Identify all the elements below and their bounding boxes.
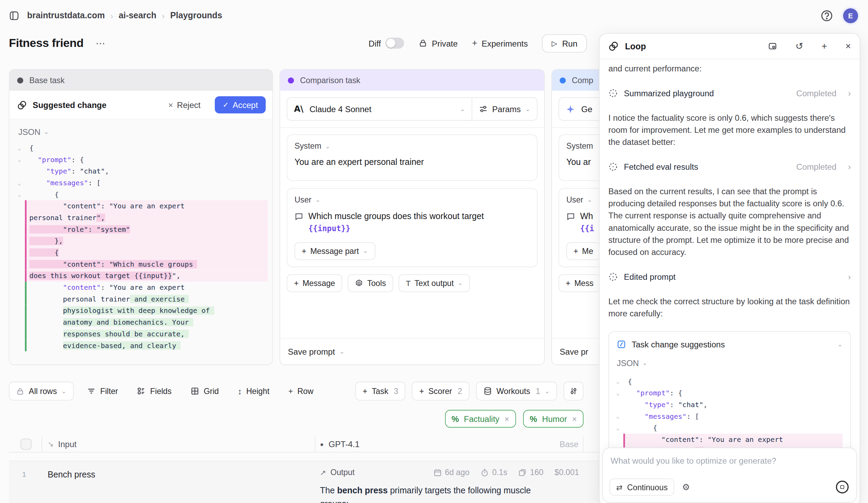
json-mode-select[interactable]: JSON ⌄ [14,126,268,142]
chevron-down-icon: ⌄ [61,387,67,395]
suggestions-json-code[interactable]: ⌄{⌄ "prompt": { "type": "chat",⌄ "messag… [612,376,842,447]
help-icon[interactable] [820,9,833,22]
input-cell[interactable]: Bench press [42,461,316,503]
breadcrumb: braintrustdata.com › ai-search › Playgro… [27,10,222,20]
step-fetched-eval-results[interactable]: Fetched eval results Completed › [608,162,851,171]
output-label: Output [330,468,355,477]
grid-button[interactable]: Grid [185,382,224,401]
loop-title: Loop [625,41,750,51]
input-column-header[interactable]: ↘ Input [42,436,316,452]
add-row-button[interactable]: + Row [283,382,319,401]
add-scorer-button[interactable]: + Scorer 2 [412,382,470,401]
sliders-vertical-icon [569,387,578,396]
suggested-change-title: Suggested change [33,100,163,109]
run-button[interactable]: ▷ Run [542,34,587,52]
suggestions-json-select[interactable]: JSON ⌄ [617,358,842,368]
plus-icon: + [294,279,299,288]
loop-paragraph: Based on the current results, I can see … [608,185,851,258]
model-column-header[interactable]: ● GPT-4.1 Base [316,436,584,452]
system-message-text[interactable]: You are an expert personal trainer [295,157,530,168]
task-label: Task [372,387,388,396]
grid-label: Grid [204,387,219,396]
run-label: Run [562,38,577,48]
sliders-icon [479,105,488,114]
close-icon: × [168,100,173,109]
model-select[interactable]: A\ Claude 4 Sonnet ⌄ [287,98,472,120]
clipped-paragraph: and current performance: [608,62,851,75]
reject-button[interactable]: × Reject [168,100,200,109]
step-edited-prompt[interactable]: Edited prompt › [608,272,851,282]
plus-icon: + [302,247,307,256]
continuous-label: Continuous [627,483,668,492]
loop-paragraph: I notice the factuality score is only 0.… [608,112,851,148]
user-role-select[interactable]: User ⌄ [295,195,530,204]
chevron-down-icon: ⌄ [325,142,330,150]
user-message-text[interactable]: Which muscle groups does this workout ta… [295,210,530,235]
private-label: Private [432,38,458,48]
new-chat-icon[interactable]: + [822,41,827,52]
history-icon[interactable]: ↺ [795,40,803,52]
humor-scorer-badge[interactable]: % Humor × [523,410,584,427]
scorer-count: 2 [457,387,462,396]
remove-scorer-icon[interactable]: × [504,414,509,423]
base-json-editor[interactable]: JSON ⌄ ⌄{⌄ "prompt": { "type": "chat",⌄ … [9,119,272,364]
percent-icon: % [452,414,459,423]
third-add-message-button[interactable]: + Mess [559,274,601,292]
accept-label: Accept [233,100,258,109]
third-add-message-part-button[interactable]: + Me [566,242,600,260]
text-output-button[interactable]: T Text output ⌄ [399,274,470,292]
plus-icon: + [288,387,293,396]
swap-icon: ⇄ [616,483,623,492]
private-button[interactable]: Private [418,38,457,48]
experiments-button[interactable]: + Experiments [472,38,528,48]
loop-composer-input[interactable]: What would you like to optimize or gener… [610,456,848,465]
accept-button[interactable]: ✓ Accept [215,96,266,114]
select-all-checkbox[interactable] [20,438,31,450]
message-label: Message [302,279,335,288]
comparison-task-header[interactable]: Comparison task [280,70,544,91]
remove-scorer-icon[interactable]: × [572,414,577,423]
percent-icon: % [530,414,537,423]
grid-settings-button[interactable] [563,382,584,401]
close-panel-icon[interactable]: × [845,41,851,52]
params-label: Params [492,104,521,114]
loop-logo-icon [608,41,619,51]
system-message-card[interactable]: System ⌄ You are an expert personal trai… [287,135,538,181]
user-message-card[interactable]: User ⌄ Which muscle groups does this wor… [287,188,538,267]
add-message-button[interactable]: + Message [287,274,343,292]
diff-toggle[interactable] [385,38,404,49]
avatar[interactable]: E [843,8,858,23]
sidebar-toggle-icon[interactable] [9,10,19,21]
params-button[interactable]: Params ⌄ [472,98,537,120]
stop-generation-button[interactable] [836,481,849,493]
chevron-down-icon[interactable]: ⌄ [838,341,843,348]
filter-button[interactable]: Filter [81,382,124,401]
add-task-button[interactable]: + Task 3 [355,382,405,401]
save-prompt-label: Save prompt [288,347,335,356]
breadcrumb-project[interactable]: ai-search [119,10,156,20]
base-json-code[interactable]: ⌄{⌄ "prompt": { "type": "chat",⌄ "messag… [14,142,268,351]
output-cell[interactable]: ↗ Output 6d ago 0.1s [316,461,584,503]
scorer-badges: % Factuality × % Humor × [9,410,584,427]
breadcrumb-section[interactable]: Playgrounds [170,10,222,20]
breadcrumb-org[interactable]: braintrustdata.com [27,10,105,20]
output-text: The bench press primarily targets the fo… [320,484,579,503]
grid-icon [190,387,199,396]
chevron-right-icon: › [848,272,851,282]
all-rows-filter-button[interactable]: All rows ⌄ [9,382,74,401]
tools-button[interactable]: Tools [348,274,393,292]
title-menu-icon[interactable]: ⋯ [96,37,105,49]
system-role-select[interactable]: System ⌄ [295,141,530,150]
popout-icon[interactable] [768,41,777,51]
height-button[interactable]: ↕ Height [232,382,275,401]
add-message-part-button[interactable]: + Message part ⌄ [295,242,375,260]
continuous-mode-button[interactable]: ⇄ Continuous [609,479,674,496]
base-task-header[interactable]: Base task [9,70,272,91]
factuality-scorer-badge[interactable]: % Factuality × [445,410,516,427]
task-change-suggestions-card[interactable]: Task change suggestions ⌄ JSON ⌄ ⌄{⌄ "pr… [608,331,851,447]
fields-button[interactable]: Fields [131,382,177,401]
composer-settings-icon[interactable]: ⚙ [682,482,690,492]
dataset-select-button[interactable]: Workouts 1 ⌄ [476,382,557,401]
save-prompt-button[interactable]: Save prompt ⌄ [280,338,544,365]
step-summarized-playground[interactable]: Summarized playground Completed › [608,89,851,98]
